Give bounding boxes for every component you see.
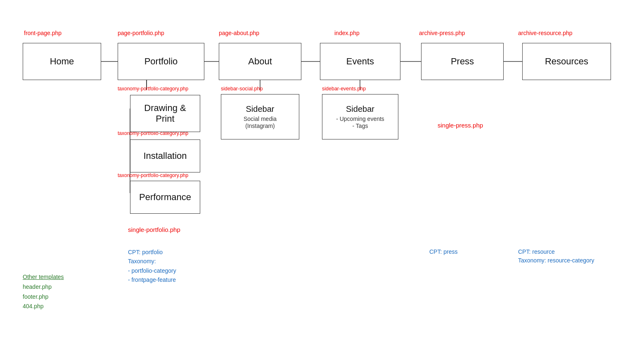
cpt-portfolio-text: CPT: portfolioTaxonomy:- portfolio-categ… <box>128 249 176 283</box>
node-about: About <box>219 43 301 80</box>
label-index: index.php <box>334 30 360 36</box>
installation-label: Installation <box>143 151 187 161</box>
other-files-text: header.phpfooter.php404.php <box>23 283 52 310</box>
drawing-label: Drawing &Print <box>144 103 186 125</box>
label-sidebar-events: sidebar-events.php <box>322 86 366 92</box>
sidebar-events-sub: - Upcoming events- Tags <box>336 116 384 130</box>
cpt-resource-text: CPT: resourceTaxonomy: resource-category <box>518 248 594 264</box>
sidebar-about-title: Sidebar <box>246 104 275 114</box>
label-single-press: single-press.php <box>438 122 483 129</box>
node-sidebar-events: Sidebar - Upcoming events- Tags <box>322 94 398 139</box>
portfolio-label: Portfolio <box>144 56 178 67</box>
sidebar-about-sub: Social media(Instagram) <box>244 116 277 130</box>
label-page-portfolio: page-portfolio.php <box>118 30 164 36</box>
press-label: Press <box>451 56 474 67</box>
label-other-templates: Other templates header.phpfooter.php404.… <box>23 272 64 312</box>
node-performance: single-portfolio.php Performance <box>130 181 200 214</box>
node-sidebar-about: Sidebar Social media(Instagram) <box>221 94 299 139</box>
label-archive-resource: archive-resource.php <box>518 30 573 36</box>
resources-label: Resources <box>545 56 588 67</box>
node-resources: Resources <box>522 43 611 80</box>
label-sidebar-social: sidebar-social.php <box>221 86 263 92</box>
label-cpt-resource: CPT: resourceTaxonomy: resource-category <box>518 248 594 265</box>
sidebar-events-title: Sidebar <box>346 104 374 114</box>
performance-text: Performance <box>139 192 191 203</box>
about-label: About <box>248 56 272 67</box>
node-portfolio: Portfolio <box>118 43 204 80</box>
node-installation: Installation <box>130 139 200 172</box>
other-templates-link: Other templates <box>23 272 64 282</box>
node-press: Press <box>421 43 504 80</box>
label-single-portfolio: single-portfolio.php <box>128 226 180 233</box>
events-label: Events <box>346 56 374 67</box>
node-home: Home <box>23 43 101 80</box>
label-taxonomy-drawing: taxonomy-portfolio-category.php <box>118 86 188 92</box>
label-taxonomy-performance: taxonomy-portfolio-category.php <box>118 172 188 178</box>
diagram: front-page.php page-portfolio.php page-a… <box>0 0 644 340</box>
node-events: Events <box>320 43 400 80</box>
label-cpt-press: CPT: press <box>429 248 457 256</box>
label-cpt-portfolio: CPT: portfolioTaxonomy:- portfolio-categ… <box>128 248 176 285</box>
node-drawing: Drawing &Print <box>130 95 200 132</box>
label-page-about: page-about.php <box>219 30 259 36</box>
label-front-page: front-page.php <box>24 30 62 36</box>
home-label: Home <box>50 56 74 67</box>
label-archive-press: archive-press.php <box>419 30 465 36</box>
